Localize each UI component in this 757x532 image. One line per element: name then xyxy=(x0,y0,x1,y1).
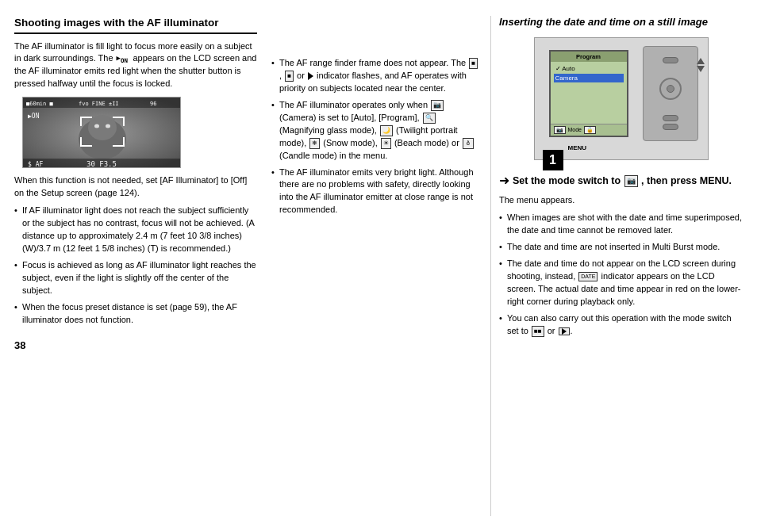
svg-rect-17 xyxy=(80,137,82,147)
middle-bullet-3: The AF illuminator emits very bright lig… xyxy=(271,166,479,217)
svg-rect-12 xyxy=(80,117,92,118)
menu-text: MENU xyxy=(568,144,587,151)
camera-mode-icon: 📷 xyxy=(431,100,444,111)
step-instruction-container: ➜ Set the mode switch to 📷 , then press … xyxy=(499,174,743,189)
dial-center xyxy=(667,85,674,93)
right-bullet-2: The date and time are not inserted in Mu… xyxy=(499,241,743,254)
camera-shutter-button xyxy=(663,57,678,63)
svg-point-10 xyxy=(94,124,99,128)
after-image-text: When this function is not needed, set [A… xyxy=(14,174,257,200)
svg-text:▶ON: ▶ON xyxy=(28,113,40,120)
lcd-bottom-bar: 📷 Mode 🔒 xyxy=(551,124,627,136)
magnify-icon: 🔍 xyxy=(423,113,436,124)
left-column: Shooting images with the AF illuminator … xyxy=(14,16,268,516)
beach-icon: ☀ xyxy=(381,138,391,149)
right-column: Inserting the date and time on a still i… xyxy=(490,16,743,516)
indicator-icon-sq: ■ xyxy=(469,58,478,69)
camera-btn-1 xyxy=(663,115,678,121)
lcd-lock-icon: 🔒 xyxy=(584,126,596,134)
cat-photo: ■60min ■ fvo FINE ±II 96 ▶ON xyxy=(23,98,180,167)
svg-rect-13 xyxy=(80,117,82,126)
camera-body xyxy=(643,46,698,141)
eon-icon: ▶ON xyxy=(117,54,133,62)
svg-rect-15 xyxy=(123,117,125,126)
candle-icon: 🕯 xyxy=(463,138,474,149)
lcd-menu-list: ✓ Auto Camera xyxy=(551,62,627,86)
camera-dial xyxy=(659,78,682,100)
right-bullet-1: When images are shot with the date and t… xyxy=(499,212,743,237)
svg-rect-18 xyxy=(113,145,125,147)
lcd-cam-icon: 📷 xyxy=(554,126,566,134)
left-body-para: The AF illuminator is fill light to focu… xyxy=(14,40,257,91)
lcd-mode-label: Mode xyxy=(568,127,582,132)
middle-bullet-list: The AF range finder frame does not appea… xyxy=(271,57,479,216)
lcd-screen: Program ✓ Auto Camera 📷 Mode 🔒 xyxy=(549,50,628,137)
svg-rect-14 xyxy=(113,117,125,118)
indicator-icon-sq2: ■ xyxy=(285,71,294,82)
page-container: Shooting images with the AF illuminator … xyxy=(0,0,757,532)
menu-appears-text: The menu appears. xyxy=(499,194,743,207)
mode-switch-icon1: ■■ xyxy=(532,326,544,337)
menu-label: MENU xyxy=(568,144,587,151)
svg-rect-16 xyxy=(80,145,92,147)
lcd-menu-auto-label: Auto xyxy=(562,65,574,72)
step-number: 1 xyxy=(549,153,556,167)
twilight-icon: 🌙 xyxy=(380,125,393,136)
svg-text:96: 96 xyxy=(150,101,156,107)
svg-text:30  F3.5: 30 F3.5 xyxy=(86,160,117,168)
arrow-down-icon xyxy=(697,66,705,72)
right-section-title: Inserting the date and time on a still i… xyxy=(499,16,743,29)
cat-svg: ■60min ■ fvo FINE ±II 96 ▶ON xyxy=(23,98,181,168)
right-bullet-3: The date and time do not appear on the L… xyxy=(499,258,743,308)
svg-rect-19 xyxy=(123,137,125,147)
left-bullet-list: If AF illuminator light does not reach t… xyxy=(14,205,257,326)
camera-diagram: Program ✓ Auto Camera 📷 Mode 🔒 xyxy=(534,37,709,160)
lcd-menu-auto: ✓ Auto xyxy=(554,64,624,73)
mode-switch-icon2 xyxy=(559,327,570,335)
middle-column: The AF range finder frame does not appea… xyxy=(268,16,490,516)
step-instruction: Set the mode switch to 📷 , then press ME… xyxy=(513,174,732,189)
left-bullet-3: When the focus preset distance is set (p… xyxy=(14,301,257,327)
checkmark-icon: ✓ xyxy=(555,65,563,72)
step-camera-icon: 📷 xyxy=(624,175,638,187)
date-indicator-icon: DATE xyxy=(578,272,598,281)
lcd-header: Program xyxy=(551,52,627,62)
nav-arrows xyxy=(697,58,705,72)
snow-icon: ❄ xyxy=(309,138,320,149)
play-icon xyxy=(308,72,313,80)
step-arrow-icon: ➜ xyxy=(499,174,509,187)
middle-bullet-1: The AF range finder frame does not appea… xyxy=(271,57,479,95)
camera-viewfinder-image: ■60min ■ fvo FINE ±II 96 ▶ON xyxy=(22,97,181,168)
page-number: 38 xyxy=(14,331,257,351)
middle-bullet-2: The AF illuminator operates only when 📷 … xyxy=(271,99,479,163)
svg-text:■60min ■: ■60min ■ xyxy=(26,101,54,107)
arrow-up-icon xyxy=(697,58,705,64)
left-bullet-2: Focus is achieved as long as AF illumina… xyxy=(14,259,257,297)
play-icon-small xyxy=(562,328,567,335)
right-bullet-4: You can also carry out this operation wi… xyxy=(499,312,743,338)
left-section-title: Shooting images with the AF illuminator xyxy=(14,16,257,34)
lcd-menu-camera-label: Camera xyxy=(555,75,578,82)
left-bullet-1: If AF illuminator light does not reach t… xyxy=(14,205,257,255)
step-instruction-text2: , then press MENU. xyxy=(641,175,732,186)
right-bullet-list: When images are shot with the date and t… xyxy=(499,212,743,337)
svg-point-11 xyxy=(106,124,110,128)
lcd-program-label: Program xyxy=(576,53,601,60)
camera-btn-2 xyxy=(663,124,678,130)
camera-buttons-group xyxy=(663,115,678,130)
step-number-box: 1 xyxy=(543,150,563,170)
svg-text:fvo FINE ±II: fvo FINE ±II xyxy=(79,101,119,107)
svg-text:$ AF: $ AF xyxy=(28,161,43,168)
step-instruction-text1: Set the mode switch to xyxy=(513,175,621,186)
lcd-menu-camera: Camera xyxy=(554,74,624,82)
